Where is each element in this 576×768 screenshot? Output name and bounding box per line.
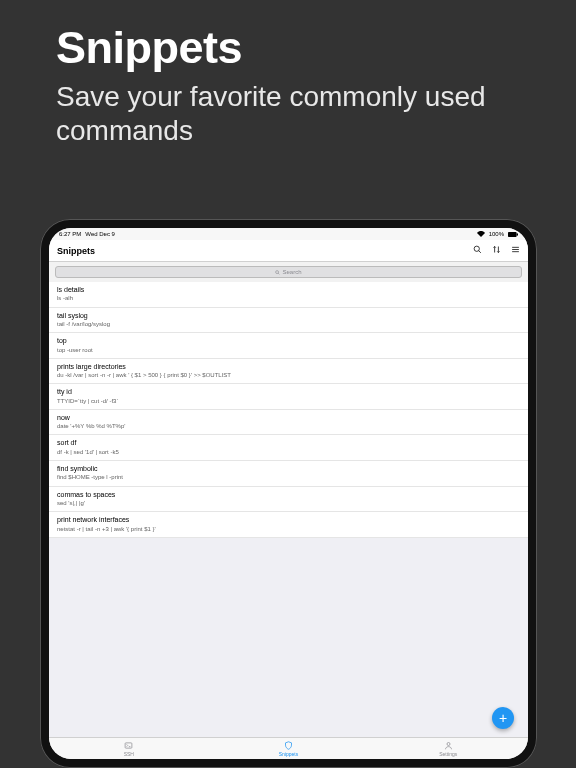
search-icon[interactable]	[473, 245, 482, 256]
promo-subtitle: Save your favorite commonly used command…	[56, 80, 536, 148]
device-frame: 6:27 PM Wed Dec 9 100% Snippets	[40, 219, 537, 768]
svg-point-2	[474, 246, 479, 251]
snippet-title: sort df	[57, 439, 520, 447]
snippet-command: date '+%Y %b %d %T%p'	[57, 423, 520, 430]
svg-point-7	[276, 270, 279, 273]
menu-icon[interactable]	[511, 245, 520, 256]
status-bar: 6:27 PM Wed Dec 9 100%	[49, 228, 528, 240]
status-time: 6:27 PM	[59, 231, 81, 237]
list-item[interactable]: toptop -user root	[49, 333, 528, 359]
page-title: Snippets	[57, 246, 95, 256]
list-item[interactable]: print network interfacesnetstat -r | tai…	[49, 512, 528, 538]
svg-rect-6	[512, 251, 519, 252]
tab-label: Snippets	[279, 751, 298, 757]
nav-bar: Snippets	[49, 240, 528, 262]
terminal-icon	[124, 741, 133, 750]
snippet-command: tail -f /var/log/syslog	[57, 321, 520, 328]
promo-title: Snippets	[56, 22, 536, 74]
search-glyph-icon	[275, 270, 280, 275]
svg-rect-4	[512, 247, 519, 248]
status-date: Wed Dec 9	[85, 231, 115, 237]
snippet-command: top -user root	[57, 347, 520, 354]
svg-rect-1	[517, 233, 518, 235]
list-item[interactable]: nowdate '+%Y %b %d %T%p'	[49, 410, 528, 436]
snippet-command: du -kl /var | sort -n -r | awk ' { $1 > …	[57, 372, 520, 379]
list-item[interactable]: prints large directoriesdu -kl /var | so…	[49, 359, 528, 385]
plus-icon: +	[499, 710, 507, 726]
snippet-command: sed 's|,| |g'	[57, 500, 520, 507]
status-battery-text: 100%	[489, 231, 504, 237]
svg-line-3	[479, 251, 481, 253]
snippet-command: find $HOME -type l -print	[57, 474, 520, 481]
snippet-list[interactable]: ls detailsls -alhtail syslogtail -f /var…	[49, 282, 528, 737]
add-button[interactable]: +	[492, 707, 514, 729]
svg-point-10	[447, 742, 450, 745]
snippet-title: tail syslog	[57, 312, 520, 320]
device-screen: 6:27 PM Wed Dec 9 100% Snippets	[49, 228, 528, 759]
promo-block: Snippets Save your favorite commonly use…	[56, 22, 536, 148]
list-item[interactable]: tty idTTYID=`tty | cut -d/ -f3`	[49, 384, 528, 410]
svg-rect-0	[508, 232, 517, 237]
snippet-title: print network interfaces	[57, 516, 520, 524]
tab-label: Settings	[439, 751, 457, 757]
person-icon	[444, 741, 453, 750]
search-placeholder: Search	[282, 269, 301, 275]
snippet-title: prints large directories	[57, 363, 520, 371]
search-input[interactable]: Search	[55, 266, 522, 278]
svg-rect-5	[512, 249, 519, 250]
wifi-icon	[477, 231, 485, 237]
snippet-command: ls -alh	[57, 295, 520, 302]
snippet-command: netstat -r | tail -n +3 | awk '{ print $…	[57, 526, 520, 533]
snippet-title: find symbolic	[57, 465, 520, 473]
svg-rect-9	[125, 742, 132, 747]
snippet-title: now	[57, 414, 520, 422]
snippet-title: top	[57, 337, 520, 345]
tab-bar: SSH Snippets Settings	[49, 737, 528, 759]
shield-icon	[284, 741, 293, 750]
snippet-title: commas to spaces	[57, 491, 520, 499]
tab-snippets[interactable]: Snippets	[209, 738, 369, 759]
snippet-title: ls details	[57, 286, 520, 294]
list-item[interactable]: sort dfdf -k | sed '1d' | sort -k5	[49, 435, 528, 461]
snippet-command: df -k | sed '1d' | sort -k5	[57, 449, 520, 456]
sort-icon[interactable]	[492, 245, 501, 256]
snippet-title: tty id	[57, 388, 520, 396]
snippet-command: TTYID=`tty | cut -d/ -f3`	[57, 398, 520, 405]
svg-line-8	[279, 273, 280, 274]
list-item[interactable]: commas to spacessed 's|,| |g'	[49, 487, 528, 513]
battery-icon	[508, 232, 518, 237]
list-item[interactable]: find symbolicfind $HOME -type l -print	[49, 461, 528, 487]
list-item[interactable]: tail syslogtail -f /var/log/syslog	[49, 308, 528, 334]
tab-settings[interactable]: Settings	[368, 738, 528, 759]
tab-ssh[interactable]: SSH	[49, 738, 209, 759]
list-item[interactable]: ls detailsls -alh	[49, 282, 528, 308]
tab-label: SSH	[124, 751, 134, 757]
